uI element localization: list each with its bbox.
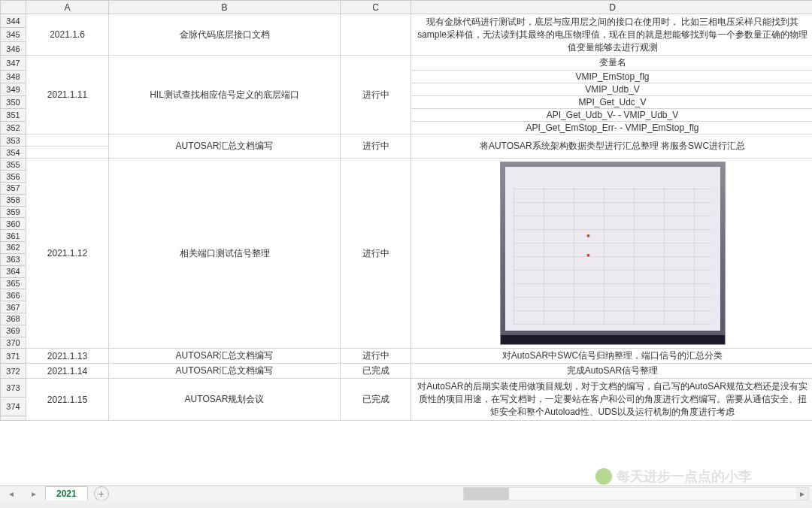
cell[interactable]: 进行中 — [341, 159, 411, 349]
column-header-row: A B C D — [1, 1, 813, 14]
row-header[interactable]: 355 — [1, 159, 26, 171]
cell[interactable]: 2021.1.13 — [26, 349, 109, 364]
grid-row: 353AUTOSAR汇总文档编写进行中将AUTOSAR系统架构数据类型进行汇总整… — [1, 135, 813, 147]
row-header[interactable]: 369 — [1, 325, 26, 337]
row-header[interactable]: 364 — [1, 265, 26, 277]
row-header[interactable]: 346 — [1, 41, 26, 55]
row-header[interactable]: 359 — [1, 206, 26, 218]
grid-row: 3442021.1.6金脉代码底层接口文档现有金脉代码进行测试时，底层与应用层之… — [1, 14, 813, 28]
cell[interactable] — [26, 147, 109, 159]
row-header[interactable]: 367 — [1, 301, 26, 313]
row-header[interactable]: 358 — [1, 194, 26, 206]
row-header[interactable]: 357 — [1, 183, 26, 195]
col-header-B[interactable]: B — [109, 1, 341, 14]
col-header-D[interactable]: D — [411, 1, 813, 14]
cell[interactable] — [26, 135, 109, 147]
cell[interactable]: VMIP_EmStop_flg — [411, 71, 813, 83]
tab-prev-icon[interactable]: ▸ — [32, 488, 36, 499]
row-header[interactable]: 368 — [1, 313, 26, 325]
cell[interactable]: 完成AutoSAR信号整理 — [411, 364, 813, 379]
cell[interactable]: 对AutoSAR中SWC信号归纳整理，端口信号的汇总分类 — [411, 349, 813, 364]
cell[interactable]: 变量名 — [411, 56, 813, 71]
row-header[interactable]: 363 — [1, 253, 26, 265]
row-header[interactable]: 373 — [1, 379, 26, 398]
watermark: 每天进步一点点的小李 — [595, 467, 752, 485]
cell[interactable]: 进行中 — [341, 56, 411, 135]
row-header[interactable]: 370 — [1, 337, 26, 349]
row-header[interactable]: 371 — [1, 349, 26, 364]
cell[interactable]: 对AutoSAR的后期实装使用做项目规划，对于文档的编写，自己写的AutoSAR… — [411, 379, 813, 420]
cell[interactable]: 相关端口测试信号整理 — [109, 159, 341, 349]
sheet-tab-active[interactable]: 2021 — [45, 486, 88, 500]
cell[interactable]: 2021.1.6 — [26, 14, 109, 56]
cell[interactable]: AUTOSAR汇总文档编写 — [109, 135, 341, 159]
horizontal-scrollbar[interactable]: ▸ — [463, 487, 809, 500]
embedded-screenshot[interactable]: ■■ — [500, 162, 726, 345]
row-header[interactable]: 351 — [1, 109, 26, 122]
watermark-text: 每天进步一点点的小李 — [617, 467, 752, 485]
row-header[interactable]: 362 — [1, 242, 26, 254]
cell[interactable]: ■■ — [411, 159, 813, 349]
cell[interactable]: 2021.1.15 — [26, 379, 109, 420]
add-sheet-button[interactable]: + — [94, 486, 109, 501]
cell[interactable]: 金脉代码底层接口文档 — [109, 14, 341, 56]
cell[interactable]: AUTOSAR汇总文档编写 — [109, 364, 341, 379]
row-header[interactable]: 354 — [1, 147, 26, 159]
grid-row: 3472021.1.11HIL测试查找相应信号定义的底层端口进行中变量名 — [1, 56, 813, 71]
hscroll-right-arrow[interactable]: ▸ — [796, 488, 808, 500]
cell[interactable]: 进行中 — [341, 349, 411, 364]
row-header[interactable]: 356 — [1, 171, 26, 183]
row-header[interactable]: 344 — [1, 14, 26, 28]
row-header[interactable] — [1, 416, 26, 420]
cell[interactable]: VMIP_Udb_V — [411, 83, 813, 96]
cell[interactable]: 2021.1.12 — [26, 159, 109, 349]
row-header[interactable]: 349 — [1, 83, 26, 96]
tab-nav-buttons[interactable]: ◂ ▸ — [0, 488, 45, 499]
cell[interactable]: 已完成 — [341, 379, 411, 420]
cell[interactable]: 已完成 — [341, 364, 411, 379]
cell[interactable] — [341, 14, 411, 56]
grid-row: 3552021.1.12相关端口测试信号整理进行中■■ — [1, 159, 813, 171]
row-header[interactable]: 347 — [1, 56, 26, 71]
row-header[interactable]: 366 — [1, 289, 26, 301]
cell[interactable]: API_Get_Udb_V- - VMIP_Udb_V — [411, 109, 813, 122]
row-header[interactable]: 348 — [1, 71, 26, 83]
cell[interactable]: 2021.1.11 — [26, 56, 109, 135]
row-header[interactable]: 352 — [1, 122, 26, 135]
grid-row: 3712021.1.13AUTOSAR汇总文档编写进行中对AutoSAR中SWC… — [1, 349, 813, 364]
row-header[interactable]: 360 — [1, 218, 26, 230]
col-header-C[interactable]: C — [341, 1, 411, 14]
cell[interactable]: MPI_Get_Udc_V — [411, 96, 813, 109]
cell[interactable]: HIL测试查找相应信号定义的底层端口 — [109, 56, 341, 135]
cell[interactable]: 将AUTOSAR系统架构数据类型进行汇总整理 将服务SWC进行汇总 — [411, 135, 813, 159]
row-header[interactable]: 374 — [1, 398, 26, 416]
tab-first-icon[interactable]: ◂ — [9, 488, 14, 499]
cell[interactable]: 现有金脉代码进行测试时，底层与应用层之间的接口在使用时， 比如三相电压采样只能找… — [411, 14, 813, 56]
row-header[interactable]: 361 — [1, 230, 26, 242]
row-header[interactable]: 372 — [1, 364, 26, 379]
cell[interactable]: AUTOSAR规划会议 — [109, 379, 341, 420]
col-header-A[interactable]: A — [26, 1, 109, 14]
watermark-icon — [595, 468, 612, 485]
grid-table: A B C D 3442021.1.6金脉代码底层接口文档现有金脉代码进行测试时… — [0, 0, 812, 421]
grid-row: 3722021.1.14AUTOSAR汇总文档编写已完成完成AutoSAR信号整… — [1, 364, 813, 379]
hscroll-thumb[interactable] — [464, 488, 509, 500]
cell[interactable]: AUTOSAR汇总文档编写 — [109, 349, 341, 364]
row-header[interactable]: 365 — [1, 277, 26, 289]
corner-cell[interactable] — [1, 1, 26, 14]
status-bar — [0, 500, 812, 508]
cell[interactable]: 进行中 — [341, 135, 411, 159]
row-header[interactable]: 350 — [1, 96, 26, 109]
row-header[interactable]: 353 — [1, 135, 26, 147]
row-header[interactable]: 345 — [1, 28, 26, 41]
cell[interactable]: API_Get_EmStop_Err- - VMIP_EmStop_flg — [411, 122, 813, 135]
grid-row: 3732021.1.15AUTOSAR规划会议已完成对AutoSAR的后期实装使… — [1, 379, 813, 398]
spreadsheet-area[interactable]: A B C D 3442021.1.6金脉代码底层接口文档现有金脉代码进行测试时… — [0, 0, 812, 487]
cell[interactable]: 2021.1.14 — [26, 364, 109, 379]
